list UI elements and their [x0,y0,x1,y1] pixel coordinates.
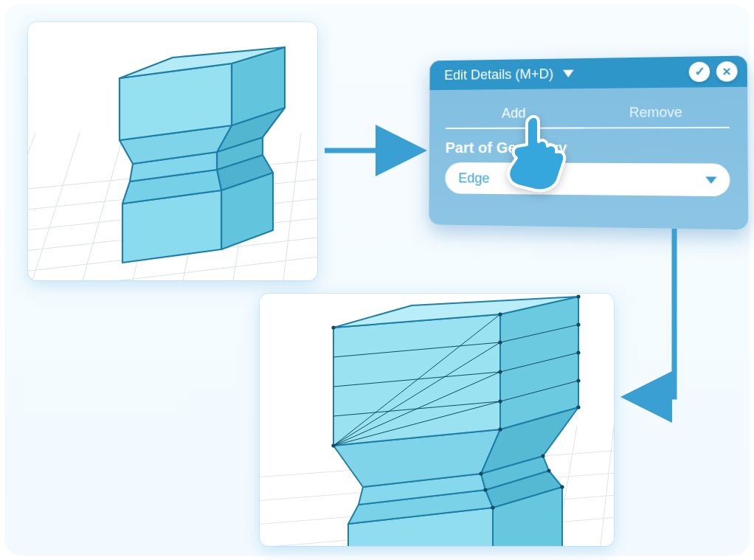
svg-line-32 [599,426,614,546]
cancel-button[interactable] [716,61,738,82]
geometry-part-dropdown[interactable]: Edge [445,162,730,196]
svg-point-66 [479,471,483,475]
svg-point-61 [498,399,502,403]
svg-marker-42 [500,297,578,429]
svg-point-59 [498,370,502,373]
svg-line-8 [72,133,124,280]
svg-point-62 [576,378,580,382]
edit-details-panel: Edit Details (M+D) Add Remove Part of Ge… [429,55,748,229]
svg-point-56 [576,294,580,298]
tab-remove[interactable]: Remove [584,100,730,129]
svg-point-70 [491,505,494,509]
svg-line-12 [279,133,301,280]
section-label-geometry: Part of Geometry [446,139,730,157]
svg-point-63 [331,443,335,447]
svg-point-57 [498,340,502,344]
svg-point-65 [576,405,580,409]
svg-point-55 [498,312,502,316]
flow-arrow-1 [322,136,432,165]
svg-point-60 [576,350,580,354]
viewport-before [28,22,317,280]
confirm-button[interactable] [689,62,710,83]
svg-point-67 [541,454,544,457]
svg-point-68 [483,488,487,491]
svg-point-64 [498,427,502,431]
tabs: Add Remove [446,98,730,129]
svg-point-69 [547,469,550,472]
panel-header[interactable]: Edit Details (M+D) [429,55,747,90]
triangle-down-icon [563,70,574,77]
svg-point-58 [576,322,580,326]
viewport-after [260,294,614,546]
svg-line-6 [28,133,35,280]
panel-title: Edit Details (M+D) [444,66,553,83]
diagram-canvas: Edit Details (M+D) Add Remove Part of Ge… [4,4,750,556]
svg-point-54 [331,325,335,329]
dropdown-value: Edge [458,170,489,187]
svg-point-71 [560,485,564,488]
tab-add[interactable]: Add [446,100,584,129]
flow-arrow-2 [615,226,704,418]
chevron-down-icon [705,176,716,184]
